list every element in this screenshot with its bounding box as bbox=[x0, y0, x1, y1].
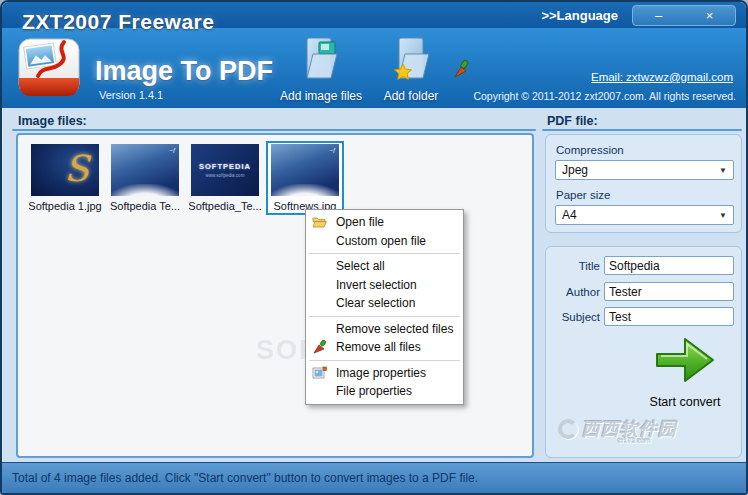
brand-title: ZXT2007 Freeware bbox=[22, 10, 214, 34]
title-field[interactable] bbox=[604, 256, 734, 275]
menu-separator bbox=[309, 316, 460, 317]
copyright-text: Copyright © 2011-2012 zxt2007.com. All r… bbox=[473, 90, 736, 102]
author-field[interactable] bbox=[604, 282, 734, 301]
thumbnail-item[interactable]: SOFTPEDIA www.softpedia.com Softpedia_Te… bbox=[186, 141, 264, 215]
start-convert-label: Start convert bbox=[650, 395, 721, 409]
thumbnail-image: ~f bbox=[271, 144, 339, 196]
thumbnail-item-selected[interactable]: ~f Softnews.jpg bbox=[266, 141, 344, 215]
thumbnail-filename: Softpedia Te... bbox=[110, 200, 180, 212]
menu-item-clear-selection[interactable]: Clear selection bbox=[306, 294, 463, 313]
thumbnail-image: SOFTPEDIA www.softpedia.com bbox=[191, 144, 259, 196]
menu-item-invert-selection[interactable]: Invert selection bbox=[306, 276, 463, 295]
add-image-files-icon bbox=[299, 34, 343, 86]
image-files-panel-title: Image files: bbox=[18, 114, 87, 128]
status-text: Total of 4 image files added. Click "Sta… bbox=[12, 471, 478, 485]
compression-label: Compression bbox=[556, 144, 624, 156]
thumbnail-strip: S Softpedia 1.jpg ~f Softpedia Te... SOF… bbox=[26, 141, 346, 215]
thumbnail-image: ~f bbox=[111, 144, 179, 196]
clean-brush-icon[interactable] bbox=[451, 59, 471, 83]
menu-separator bbox=[309, 253, 460, 254]
menu-item-image-properties[interactable]: Image properties bbox=[306, 364, 463, 383]
status-bar: Total of 4 image files added. Click "Sta… bbox=[2, 462, 746, 493]
brush-icon bbox=[312, 340, 327, 360]
app-title: Image To PDF bbox=[95, 56, 273, 87]
start-convert-arrow-icon bbox=[653, 333, 717, 391]
thumbnail-filename: Softpedia_Te... bbox=[188, 200, 261, 212]
menu-item-select-all[interactable]: Select all bbox=[306, 257, 463, 276]
app-window: >>Language – × ZXT2007 Freeware bbox=[0, 0, 748, 495]
context-menu: Open file Custom open file Select all In… bbox=[305, 209, 464, 405]
thumbnail-item[interactable]: ~f Softpedia Te... bbox=[106, 141, 184, 215]
minimize-button[interactable]: – bbox=[633, 6, 684, 25]
author-label: Author bbox=[552, 286, 604, 298]
compression-dropdown[interactable]: Jpeg ▼ bbox=[555, 160, 734, 180]
pdf-panel-rule bbox=[542, 129, 742, 131]
paper-size-dropdown[interactable]: A4 ▼ bbox=[555, 205, 734, 225]
menu-item-custom-open-file[interactable]: Custom open file bbox=[306, 232, 463, 251]
chevron-down-icon: ▼ bbox=[719, 166, 727, 175]
email-link[interactable]: Email: zxtwzwz@gmail.com bbox=[591, 71, 733, 83]
subject-field[interactable] bbox=[604, 307, 734, 326]
thumbnail-image: S bbox=[31, 144, 99, 196]
pdf-panel-title: PDF file: bbox=[547, 114, 598, 128]
menu-item-file-properties[interactable]: File properties bbox=[306, 382, 463, 401]
xixi-watermark: 西西软件园 cr173.com bbox=[558, 417, 677, 441]
xixi-logo-icon bbox=[558, 419, 578, 439]
start-convert-button[interactable]: Start convert bbox=[645, 333, 725, 409]
app-logo-icon bbox=[18, 38, 80, 100]
subject-label: Subject bbox=[552, 311, 604, 323]
menu-item-remove-selected-files[interactable]: Remove selected files bbox=[306, 320, 463, 339]
paper-size-label: Paper size bbox=[556, 189, 610, 201]
language-menu[interactable]: >>Language bbox=[541, 8, 618, 23]
menu-item-open-file[interactable]: Open file bbox=[306, 213, 463, 232]
add-image-files-label: Add image files bbox=[280, 89, 362, 103]
title-label: Title bbox=[552, 260, 604, 272]
pdf-options-group: Compression Jpeg ▼ Paper size A4 ▼ bbox=[545, 134, 742, 233]
close-button[interactable]: × bbox=[684, 6, 735, 25]
add-folder-label: Add folder bbox=[384, 89, 439, 103]
pdf-metadata-group: Title Author Subject Start convert bbox=[545, 246, 742, 458]
thumbnail-filename: Softpedia 1.jpg bbox=[28, 200, 101, 212]
menu-item-remove-all-files[interactable]: Remove all files bbox=[306, 338, 463, 357]
menu-separator bbox=[309, 360, 460, 361]
window-controls: – × bbox=[632, 5, 736, 26]
app-version: Version 1.4.1 bbox=[99, 89, 163, 101]
add-folder-button[interactable]: Add folder bbox=[358, 34, 464, 103]
add-folder-icon bbox=[389, 34, 433, 86]
chevron-down-icon: ▼ bbox=[719, 211, 727, 220]
image-files-rule bbox=[12, 129, 536, 131]
thumbnail-item[interactable]: S Softpedia 1.jpg bbox=[26, 141, 104, 215]
